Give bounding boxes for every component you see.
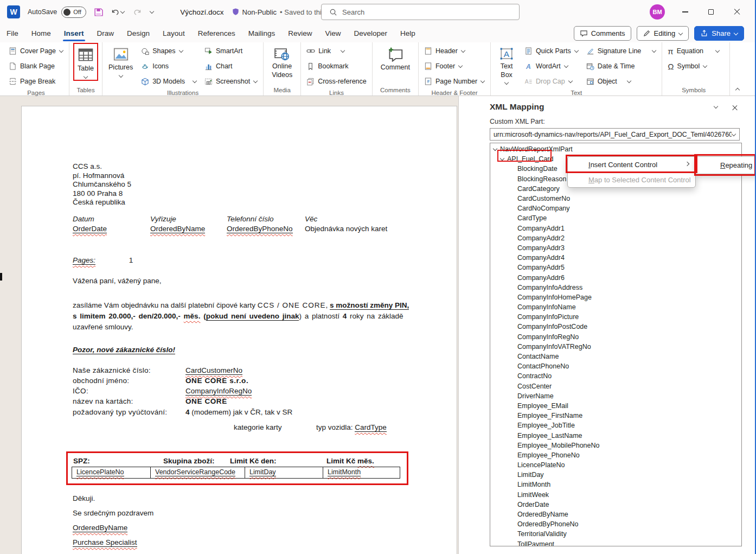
- chart-button[interactable]: Chart: [202, 60, 260, 73]
- pane-close-icon[interactable]: [732, 105, 738, 111]
- document-page[interactable]: CCS a.s.pí. HofmannováChlumčanského 5180…: [21, 106, 457, 554]
- equation-button[interactable]: π Equation: [665, 44, 722, 58]
- xml-field-item[interactable]: LicencePlateNo: [490, 460, 741, 470]
- new-comment-button[interactable]: Comment: [378, 44, 413, 72]
- symbol-button[interactable]: Ω Symbol: [665, 60, 722, 73]
- cross-reference-button[interactable]: Cross-reference: [304, 75, 369, 88]
- table-cell-licenceplateno[interactable]: LicencePlateNo: [72, 467, 151, 479]
- xml-field-item[interactable]: CompanyAddr1: [490, 224, 741, 233]
- ribbon-tab[interactable]: Design: [120, 24, 156, 42]
- xml-field-item[interactable]: CompanyInfoName: [490, 302, 741, 312]
- quick-parts-button[interactable]: Quick Parts: [522, 44, 581, 58]
- field-token-companyinforegno[interactable]: CompanyInfoRegNo: [185, 387, 252, 395]
- table-cell-vendorservicerangecode[interactable]: VendorServiceRangeCode: [151, 467, 245, 479]
- 3d-models-button[interactable]: 3D Models: [139, 75, 199, 88]
- bookmark-button[interactable]: Bookmark: [304, 60, 369, 73]
- ribbon-tab[interactable]: Developer: [348, 24, 394, 42]
- xml-field-item[interactable]: DriverName: [490, 391, 741, 401]
- xml-field-item[interactable]: CompanyInfoHomePage: [490, 292, 741, 302]
- page-break-button[interactable]: Page Break: [7, 75, 66, 88]
- custom-xml-part-dropdown[interactable]: urn:microsoft-dynamics-nav/reports/API_F…: [490, 128, 740, 141]
- xml-field-item[interactable]: OrderDate: [490, 500, 741, 510]
- avatar[interactable]: BM: [650, 4, 665, 20]
- xml-field-item[interactable]: ContactPhoneNo: [490, 361, 741, 371]
- ribbon-tab[interactable]: Review: [281, 24, 318, 42]
- xml-field-item[interactable]: ContactName: [490, 352, 741, 361]
- table-cell-limitmonth[interactable]: LimitMonth: [323, 467, 400, 479]
- xml-field-item[interactable]: Employee_FirstName: [490, 411, 741, 421]
- signature-line-button[interactable]: Signature Line: [584, 44, 659, 58]
- share-button[interactable]: Share: [694, 26, 744, 41]
- blank-page-button[interactable]: Blank Page: [7, 60, 66, 73]
- xml-field-item[interactable]: CompanyInfoVATRegNo: [490, 342, 741, 352]
- xml-field-item[interactable]: CardCustomerNo: [490, 194, 741, 203]
- save-button[interactable]: [94, 8, 103, 17]
- object-button[interactable]: Object: [584, 75, 659, 88]
- wordart-button[interactable]: A WordArt: [522, 60, 581, 73]
- xml-field-item[interactable]: CompanyInfoRegNo: [490, 332, 741, 342]
- ribbon-tab[interactable]: Insert: [57, 24, 91, 42]
- document-title[interactable]: Výchozí.docx: [180, 8, 223, 16]
- xml-field-item[interactable]: CompanyInfoAddress: [490, 283, 741, 292]
- cover-page-button[interactable]: Cover Page: [7, 44, 66, 58]
- xml-field-item[interactable]: CostCenter: [490, 381, 741, 391]
- xml-field-item[interactable]: Employee_PhoneNo: [490, 450, 741, 460]
- drop-cap-button[interactable]: A Drop Cap: [522, 75, 581, 88]
- ribbon-tab[interactable]: Layout: [156, 24, 191, 42]
- redo-button[interactable]: [132, 8, 142, 16]
- xml-field-item[interactable]: CompanyAddr6: [490, 272, 741, 282]
- ribbon-tab[interactable]: Help: [394, 24, 422, 42]
- xml-field-item[interactable]: CompanyAddr3: [490, 243, 741, 253]
- ribbon-tab[interactable]: References: [191, 24, 242, 42]
- ribbon-tab[interactable]: Draw: [91, 24, 121, 42]
- field-token-cardcustomerno[interactable]: CardCustomerNo: [185, 366, 242, 374]
- collapse-ribbon-button[interactable]: [735, 87, 740, 91]
- page-number-button[interactable]: # Page Number: [422, 75, 487, 88]
- editing-mode-button[interactable]: Editing: [637, 26, 689, 41]
- word-logo-icon[interactable]: W: [7, 5, 20, 18]
- footer-button[interactable]: Footer: [422, 60, 487, 73]
- xml-field-item[interactable]: CompanyAddr5: [490, 263, 741, 272]
- screenshot-button[interactable]: Screenshot: [202, 75, 260, 88]
- undo-button[interactable]: [111, 8, 125, 16]
- comments-button[interactable]: Comments: [574, 26, 631, 41]
- pane-options-icon[interactable]: [714, 105, 718, 109]
- xml-field-item[interactable]: LimitWeek: [490, 490, 741, 500]
- close-button[interactable]: [725, 0, 749, 24]
- xml-field-item[interactable]: TerritorialValidity: [490, 529, 741, 539]
- field-token-closing-orderedbyname[interactable]: OrderedByName: [73, 524, 127, 532]
- xml-field-item[interactable]: ContractNo: [490, 371, 741, 381]
- xml-field-item[interactable]: CompanyAddr4: [490, 253, 741, 263]
- maximize-button[interactable]: [699, 0, 723, 24]
- smartart-button[interactable]: SmartArt: [202, 44, 260, 58]
- xml-field-item[interactable]: Employee_LastName: [490, 430, 741, 440]
- xml-field-item[interactable]: CardNoCompany: [490, 203, 741, 213]
- search-input[interactable]: Search: [321, 4, 520, 20]
- online-videos-button[interactable]: Online Videos: [268, 44, 296, 79]
- xml-field-item[interactable]: OrderedByName: [490, 510, 741, 519]
- autosave-toggle[interactable]: Off: [61, 7, 86, 18]
- xml-field-item[interactable]: CardType: [490, 213, 741, 223]
- text-box-button[interactable]: A Text Box: [494, 44, 519, 88]
- xml-field-item[interactable]: Employee_MobilePhoneNo: [490, 441, 741, 450]
- minimize-button[interactable]: [672, 0, 697, 24]
- ribbon-tab[interactable]: Mailings: [242, 24, 282, 42]
- field-token-orderedbyname[interactable]: OrderedByName: [150, 225, 205, 233]
- xml-field-item[interactable]: CompanyInfoPostCode: [490, 322, 741, 332]
- quick-access-more-button[interactable]: [150, 10, 154, 14]
- xml-field-item[interactable]: LimitDay: [490, 470, 741, 480]
- xml-field-item[interactable]: LimitMonth: [490, 480, 741, 489]
- header-button[interactable]: Header: [422, 44, 487, 58]
- ribbon-tab[interactable]: File: [0, 24, 25, 42]
- undo-dropdown-icon[interactable]: [120, 10, 125, 14]
- xml-field-item[interactable]: Employee_EMail: [490, 401, 741, 411]
- xml-field-item[interactable]: Employee_JobTitle: [490, 421, 741, 430]
- document-scrollbar-track[interactable]: [458, 96, 482, 554]
- document-canvas[interactable]: CCS a.s.pí. HofmannováChlumčanského 5180…: [0, 96, 458, 554]
- pictures-button[interactable]: Pictures: [106, 44, 136, 88]
- table-cell-limitday[interactable]: LimitDay: [245, 467, 323, 479]
- icons-button[interactable]: Icons: [139, 60, 199, 73]
- field-token-cardtype[interactable]: CardType: [355, 423, 387, 432]
- xml-field-item[interactable]: CompanyInfoPicture: [490, 312, 741, 322]
- shapes-button[interactable]: Shapes: [139, 44, 199, 58]
